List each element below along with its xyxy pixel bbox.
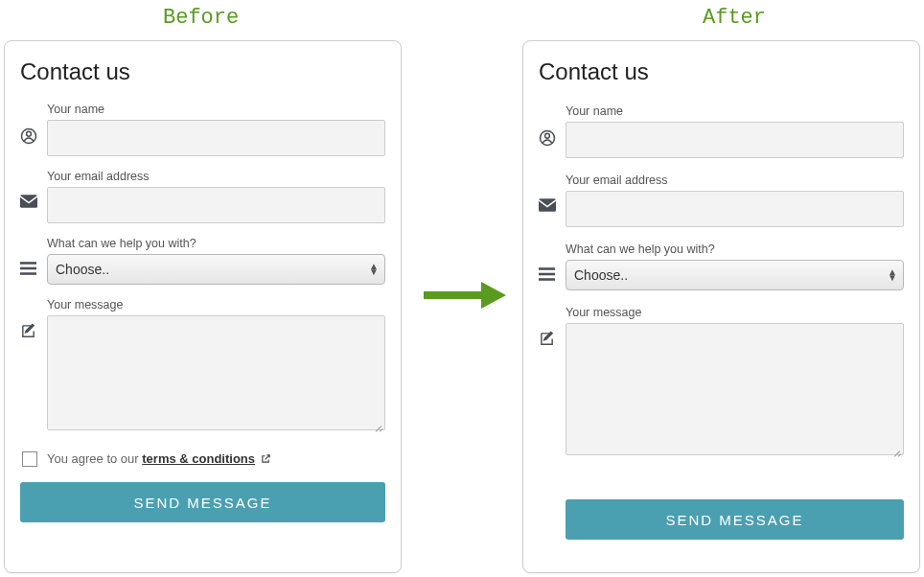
contact-card-before: Contact us Your name Your email address <box>4 40 402 573</box>
email-input[interactable] <box>47 187 385 223</box>
user-icon <box>539 104 566 147</box>
terms-row: You agree to our terms & conditions <box>20 451 385 467</box>
name-field-row: Your name <box>539 104 904 158</box>
svg-point-3 <box>27 131 32 136</box>
contact-card-after: Contact us Your name Your email address <box>522 40 920 573</box>
svg-rect-5 <box>20 262 36 265</box>
svg-rect-11 <box>539 267 555 270</box>
arrow-right-icon <box>414 278 510 316</box>
terms-checkbox[interactable] <box>22 451 37 467</box>
message-field-row: Your message <box>20 298 385 434</box>
help-select-value: Choose.. <box>56 262 109 277</box>
help-label: What can we help you with? <box>566 242 904 256</box>
svg-marker-1 <box>481 282 506 309</box>
name-input[interactable] <box>47 120 385 156</box>
help-field-row: What can we help you with? Choose.. ▲▼ <box>539 242 904 290</box>
svg-rect-4 <box>20 195 37 208</box>
email-label: Your email address <box>47 170 385 183</box>
svg-rect-0 <box>424 291 481 299</box>
help-select[interactable]: Choose.. ▲▼ <box>566 260 904 290</box>
email-field-row: Your email address <box>539 173 904 227</box>
edit-icon <box>539 306 566 347</box>
name-field-row: Your name <box>20 103 385 156</box>
envelope-icon <box>539 173 566 212</box>
message-label: Your message <box>47 298 385 312</box>
svg-rect-6 <box>20 267 36 270</box>
email-label: Your email address <box>566 173 904 187</box>
external-link-icon <box>261 452 271 467</box>
select-arrows-icon: ▲▼ <box>369 264 379 275</box>
name-input[interactable] <box>566 122 904 158</box>
help-select-value: Choose.. <box>574 267 628 283</box>
send-message-button[interactable]: SEND MESSAGE <box>20 482 385 522</box>
edit-icon <box>20 298 47 339</box>
before-label: Before <box>163 6 239 30</box>
message-textarea[interactable] <box>47 315 385 430</box>
svg-rect-7 <box>20 272 36 275</box>
after-label: After <box>703 6 766 30</box>
select-arrows-icon: ▲▼ <box>888 269 897 281</box>
help-select[interactable]: Choose.. ▲▼ <box>47 254 385 285</box>
name-label: Your name <box>47 103 385 116</box>
name-label: Your name <box>566 104 904 118</box>
email-field-row: Your email address <box>20 170 385 223</box>
terms-text: You agree to our terms & conditions <box>47 451 271 467</box>
message-textarea[interactable] <box>566 323 904 455</box>
help-label: What can we help you with? <box>47 237 385 250</box>
svg-rect-10 <box>539 198 556 212</box>
envelope-icon <box>20 170 47 208</box>
message-field-row: Your message <box>539 306 904 459</box>
svg-point-9 <box>545 133 550 138</box>
svg-rect-12 <box>539 273 555 276</box>
bars-icon <box>20 237 47 275</box>
send-message-button[interactable]: SEND MESSAGE <box>566 499 904 540</box>
card-title: Contact us <box>539 58 904 85</box>
terms-prefix: You agree to our <box>47 451 142 466</box>
message-label: Your message <box>566 306 904 319</box>
bars-icon <box>539 242 566 281</box>
card-title: Contact us <box>20 58 385 85</box>
svg-rect-13 <box>539 278 555 281</box>
email-input[interactable] <box>566 191 904 227</box>
help-field-row: What can we help you with? Choose.. ▲▼ <box>20 237 385 285</box>
user-icon <box>20 103 47 145</box>
terms-link[interactable]: terms & conditions <box>142 451 255 466</box>
